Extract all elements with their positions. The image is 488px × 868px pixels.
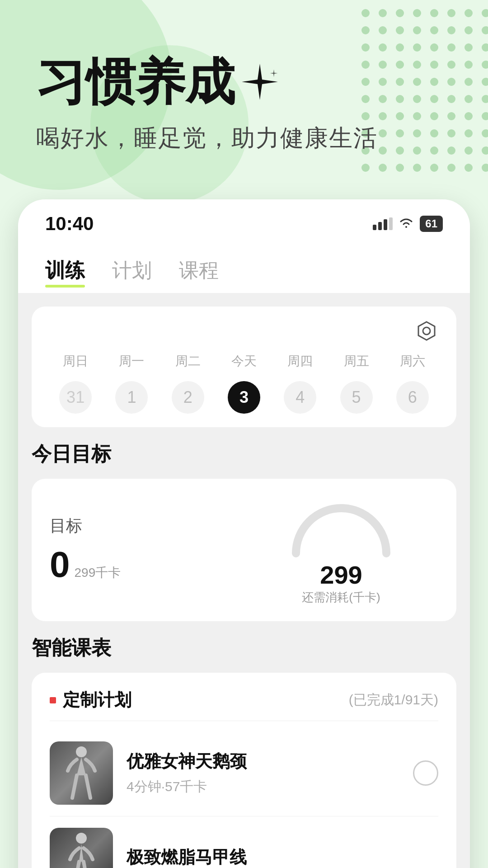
day-5[interactable]: 5 bbox=[340, 381, 373, 414]
svg-point-2 bbox=[76, 833, 87, 844]
workout-check-1[interactable] bbox=[413, 760, 438, 786]
settings-icon-row bbox=[50, 320, 438, 344]
day-4[interactable]: 4 bbox=[284, 381, 316, 414]
status-time: 10:40 bbox=[45, 213, 94, 235]
tab-course[interactable]: 课程 bbox=[179, 257, 219, 284]
schedule-progress: (已完成1/91天) bbox=[349, 691, 438, 709]
workout-name-1: 优雅女神天鹅颈 bbox=[127, 750, 399, 773]
tab-navigation: 训练 计划 课程 bbox=[18, 244, 470, 293]
calendar-card: 周日 周一 周二 今天 周四 周五 周六 31 1 2 3 4 5 6 bbox=[32, 307, 456, 427]
workout-figure-1 bbox=[63, 744, 99, 802]
day-31[interactable]: 31 bbox=[59, 381, 92, 414]
schedule-title-row: 定制计划 bbox=[50, 689, 131, 712]
day-3-active[interactable]: 3 bbox=[228, 381, 260, 414]
wifi-icon bbox=[398, 216, 414, 232]
status-icons: 61 bbox=[373, 216, 443, 232]
schedule-plan-title: 定制计划 bbox=[63, 689, 131, 712]
day-label-fri: 周五 bbox=[330, 353, 382, 370]
goal-left: 目标 0 299千卡 bbox=[50, 515, 244, 585]
workout-thumb-2 bbox=[50, 828, 113, 868]
tab-plan[interactable]: 计划 bbox=[112, 257, 152, 284]
workout-item-1: 优雅女神天鹅颈 4分钟·57千卡 bbox=[50, 730, 438, 816]
day-label-sat: 周六 bbox=[387, 353, 438, 370]
calories-number: 299 bbox=[320, 560, 362, 590]
subtitle-text: 喝好水，睡足觉，助力健康生活 bbox=[36, 123, 452, 154]
workout-info-2: 极致燃脂马甲线 bbox=[127, 846, 438, 868]
workout-figure-2 bbox=[63, 830, 99, 868]
calorie-gauge bbox=[287, 495, 395, 558]
goal-right: 299 还需消耗(千卡) bbox=[244, 495, 438, 605]
day-label-thu: 周四 bbox=[274, 353, 326, 370]
battery-icon: 61 bbox=[420, 216, 443, 232]
header-section: 习惯养成 喝好水，睡足觉，助力健康生活 bbox=[0, 0, 488, 181]
schedule-card: 定制计划 (已完成1/91天) bbox=[32, 673, 456, 868]
calories-label: 还需消耗(千卡) bbox=[302, 590, 380, 605]
workout-name-2: 极致燃脂马甲线 bbox=[127, 846, 438, 868]
main-title: 习惯养成 bbox=[36, 54, 452, 109]
schedule-section: 智能课表 定制计划 (已完成1/91天) bbox=[32, 635, 456, 868]
phone-mockup: 10:40 61 训练 计划 课程 bbox=[18, 199, 470, 868]
main-content: 周日 周一 周二 今天 周四 周五 周六 31 1 2 3 4 5 6 今日目标… bbox=[18, 293, 470, 868]
workout-item-2: 极致燃脂马甲线 bbox=[50, 816, 438, 868]
goal-value-row: 0 299千卡 bbox=[50, 544, 244, 585]
tab-underline bbox=[45, 285, 85, 288]
settings-icon[interactable] bbox=[415, 320, 438, 344]
calendar-grid: 周日 周一 周二 今天 周四 周五 周六 31 1 2 3 4 5 6 bbox=[50, 353, 438, 414]
status-bar: 10:40 61 bbox=[18, 199, 470, 244]
goal-label: 目标 bbox=[50, 515, 244, 537]
day-label-tue: 周二 bbox=[162, 353, 214, 370]
workout-thumb-1 bbox=[50, 741, 113, 805]
day-label-sun: 周日 bbox=[50, 353, 101, 370]
day-label-mon: 周一 bbox=[106, 353, 157, 370]
day-1[interactable]: 1 bbox=[115, 381, 148, 414]
title-text: 习惯养成 bbox=[36, 54, 235, 109]
svg-point-1 bbox=[76, 746, 87, 757]
schedule-header: 定制计划 (已完成1/91天) bbox=[50, 689, 438, 721]
day-label-today: 今天 bbox=[218, 353, 270, 370]
workout-info-1: 优雅女神天鹅颈 4分钟·57千卡 bbox=[127, 750, 399, 796]
schedule-title: 智能课表 bbox=[32, 635, 456, 661]
day-6[interactable]: 6 bbox=[396, 381, 429, 414]
sparkle-icon bbox=[239, 61, 280, 102]
red-dot-icon bbox=[50, 697, 56, 703]
tab-training[interactable]: 训练 bbox=[45, 257, 85, 284]
goal-unit: 299千卡 bbox=[75, 564, 121, 581]
day-2[interactable]: 2 bbox=[172, 381, 204, 414]
svg-point-0 bbox=[423, 327, 430, 335]
goal-number: 0 bbox=[50, 544, 70, 585]
goal-card: 目标 0 299千卡 299 还需消耗(千卡) bbox=[32, 479, 456, 621]
today-goal-title: 今日目标 bbox=[32, 441, 456, 467]
signal-icon bbox=[373, 217, 393, 230]
workout-meta-1: 4分钟·57千卡 bbox=[127, 778, 399, 796]
